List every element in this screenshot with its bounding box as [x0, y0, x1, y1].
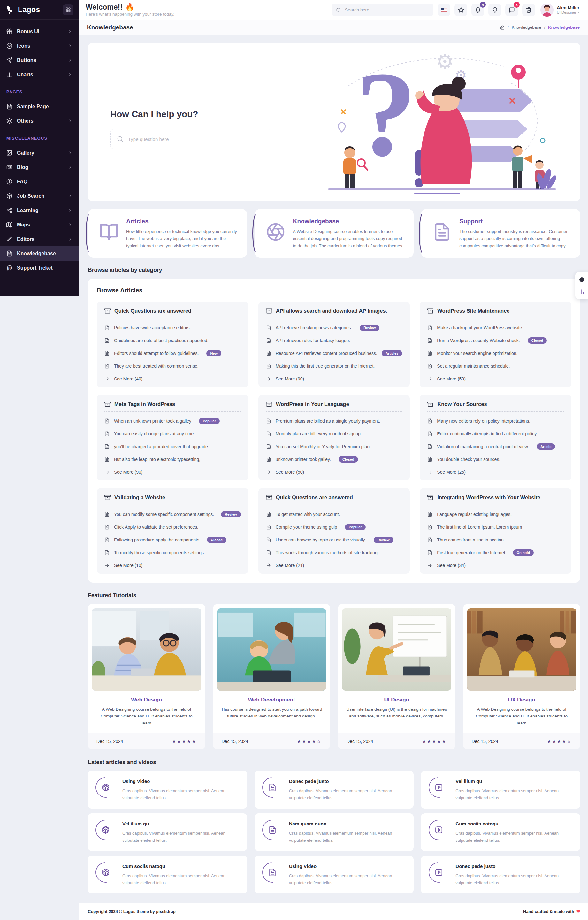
see-more-link[interactable]: See More (50)	[428, 376, 564, 381]
article-link[interactable]: Users can browse by topic or use the vis…	[266, 537, 402, 543]
article-link[interactable]: Many new editors rely on policy interpre…	[428, 418, 564, 424]
disc-icon	[6, 43, 13, 49]
sidebar-item-label: FAQ	[17, 179, 28, 185]
tutorial-card-ui-design[interactable]: UI Design User interface design (UI) is …	[338, 604, 455, 750]
see-more-link[interactable]: See More (26)	[428, 470, 564, 475]
sidebar-toggle-button[interactable]	[63, 5, 73, 15]
info-card-knowledgebase[interactable]: Knowledgebase A Website Designing course…	[254, 209, 414, 258]
article-link[interactable]: When an unknown printer took a galleyPop…	[104, 418, 241, 424]
latest-card[interactable]: Vel illum qu Cras dapibus. Vivamus eleme…	[88, 813, 247, 851]
sidebar-item-charts[interactable]: Charts	[0, 67, 79, 82]
article-link[interactable]: Thus comes from a line in section	[428, 537, 564, 543]
latest-card[interactable]: Using Video Cras dapibus. Vivamus elemen…	[254, 856, 414, 894]
info-card-support[interactable]: Support The customer support industry is…	[421, 209, 580, 258]
sidebar-item-sample-page[interactable]: Sample Page	[0, 99, 79, 114]
article-link[interactable]: Policies have wide acceptance editors.	[104, 324, 241, 331]
sidebar-item-editors[interactable]: Editors	[0, 232, 79, 246]
sidebar-item-buttons[interactable]: Buttons	[0, 53, 79, 67]
article-link[interactable]: Violation of maintaining a neutral point…	[428, 444, 564, 450]
notifications-button[interactable]: 4	[471, 3, 484, 16]
article-link[interactable]: Set a regular maintenance schedule.	[428, 363, 564, 369]
tutorial-card-web-design[interactable]: Web Design A Web Designing course belong…	[88, 604, 206, 750]
archive-icon	[104, 308, 110, 314]
sidebar-item-support-ticket[interactable]: Support Ticket	[0, 261, 79, 275]
sidebar-item-others[interactable]: Others	[0, 114, 79, 128]
breadcrumb-item[interactable]: Knowledgebase	[512, 25, 541, 30]
article-link[interactable]: To get started with your account.	[266, 511, 402, 518]
article-link[interactable]: API retrieve breaking news categories.Re…	[266, 324, 402, 331]
article-link[interactable]: Editor continually attempts to find a di…	[428, 431, 564, 437]
see-more-link[interactable]: See More (50)	[266, 470, 402, 475]
info-card-articles[interactable]: Articles How little experience or techni…	[88, 209, 247, 258]
latest-card[interactable]: Cum sociis natoqu Cras dapibus. Vivamus …	[88, 856, 247, 894]
article-link[interactable]: Making this the first true generator on …	[266, 363, 402, 369]
sidebar-item-icons[interactable]: Icons	[0, 39, 79, 53]
article-link[interactable]: Monitor your search engine optimization.	[428, 350, 564, 357]
article-link[interactable]: Monthly plan are bill every month of sig…	[266, 431, 402, 437]
article-link[interactable]: Resource API retrieves content produced …	[266, 350, 402, 357]
article-link[interactable]: Premium plans are billed as a single yea…	[266, 418, 402, 424]
sidebar-item-maps[interactable]: Maps	[0, 217, 79, 232]
article-link[interactable]: Editors should attempt to follow guideli…	[104, 350, 241, 357]
article-link[interactable]: Make a backup of your WordPress website.	[428, 324, 564, 331]
article-link[interactable]: Following procedure apply the components…	[104, 537, 241, 543]
article-link[interactable]: unknown printer took galley.Closed	[266, 456, 402, 463]
tutorial-card-web-development[interactable]: Web Development This course is designed …	[213, 604, 330, 750]
question-search[interactable]	[110, 129, 272, 149]
customizer-button[interactable]	[578, 288, 585, 295]
home-icon[interactable]	[500, 25, 505, 30]
tutorial-photo	[467, 608, 577, 691]
article-link[interactable]: Click Apply to validate the set preferen…	[104, 524, 241, 531]
dark-mode-button[interactable]	[488, 3, 501, 16]
article-link[interactable]: You double check your sources.	[428, 456, 564, 463]
sidebar-item-blog[interactable]: Blog	[0, 160, 79, 175]
article-link[interactable]: The first line of Lorem Ipsum, Lorem ips…	[428, 524, 564, 531]
article-link[interactable]: You can set Monthly or Yearly for Premiu…	[266, 444, 402, 450]
cart-button[interactable]	[522, 3, 535, 16]
see-more-link[interactable]: See More (90)	[266, 376, 402, 381]
sidebar-item-bonus-ui[interactable]: Bonus UI	[0, 24, 79, 39]
tutorial-card-ux-design[interactable]: UX Design A Web Designing course belongs…	[463, 604, 581, 750]
latest-card[interactable]: Donec pede justo Cras dapibus. Vivamus e…	[421, 856, 580, 894]
sidebar-item-label: Support Ticket	[17, 265, 53, 271]
see-more-link[interactable]: See More (34)	[428, 563, 564, 568]
bookmark-button[interactable]	[455, 3, 467, 16]
header-search[interactable]	[332, 3, 433, 16]
article-link[interactable]: You can modify some specific component s…	[104, 511, 241, 518]
user-menu[interactable]: Alen Miller UI Designer	[540, 3, 580, 16]
sidebar-item-gallery[interactable]: Gallery	[0, 146, 79, 160]
sidebar-item-knowledgebase[interactable]: Knowledgebase	[0, 246, 79, 261]
messages-button[interactable]: 3	[505, 3, 518, 16]
article-link[interactable]: To modify those specific components sett…	[104, 549, 241, 556]
info-card-title: Articles	[126, 218, 238, 225]
article-link[interactable]: Language regular existing languages.	[428, 511, 564, 518]
search-input[interactable]	[344, 7, 429, 13]
article-link[interactable]: API retrieves rules for fantasy league.	[266, 337, 402, 344]
article-link[interactable]: Run a Wordpress security Website check.C…	[428, 337, 564, 344]
article-link[interactable]: Compile your theme using gulpPopular	[266, 524, 402, 531]
article-link[interactable]: You can easily change plans at any time.	[104, 431, 241, 437]
language-flag-button[interactable]	[437, 3, 450, 16]
see-more-link[interactable]: See More (21)	[266, 563, 402, 568]
latest-card[interactable]: Nam quam nunc Cras dapibus. Vivamus elem…	[254, 813, 414, 851]
latest-card[interactable]: Using Video Cras dapibus. Vivamus elemen…	[88, 771, 247, 808]
question-input[interactable]	[128, 136, 265, 142]
theme-color-button[interactable]	[578, 276, 585, 283]
latest-card[interactable]: Vel illum qu Cras dapibus. Vivamus eleme…	[421, 771, 580, 808]
article-link[interactable]: But also the leap into electronic typese…	[104, 456, 241, 463]
article-link[interactable]: They are best treated with common sense.	[104, 363, 241, 369]
latest-card[interactable]: Cum sociis natoqu Cras dapibus. Vivamus …	[421, 813, 580, 851]
article-link[interactable]: you'll be charged a prorated cover that …	[104, 444, 241, 450]
tutorial-text: User interface design (UI) is the design…	[346, 706, 447, 727]
article-link[interactable]: This works through various methods of si…	[266, 549, 402, 556]
sidebar-item-faq[interactable]: FAQ	[0, 175, 79, 189]
see-more-link[interactable]: See More (10)	[104, 563, 241, 568]
see-more-link[interactable]: See More (40)	[104, 376, 241, 381]
article-link[interactable]: Guidelines are sets of best practices su…	[104, 337, 241, 344]
latest-card[interactable]: Donec pede justo Cras dapibus. Vivamus e…	[254, 771, 414, 808]
sidebar-item-learning[interactable]: Learning	[0, 203, 79, 217]
see-more-link[interactable]: See More (90)	[104, 470, 241, 475]
article-link[interactable]: First true generator on the InternetOn h…	[428, 549, 564, 556]
chevron-right-icon	[68, 223, 72, 227]
sidebar-item-job-search[interactable]: Job Search	[0, 189, 79, 203]
